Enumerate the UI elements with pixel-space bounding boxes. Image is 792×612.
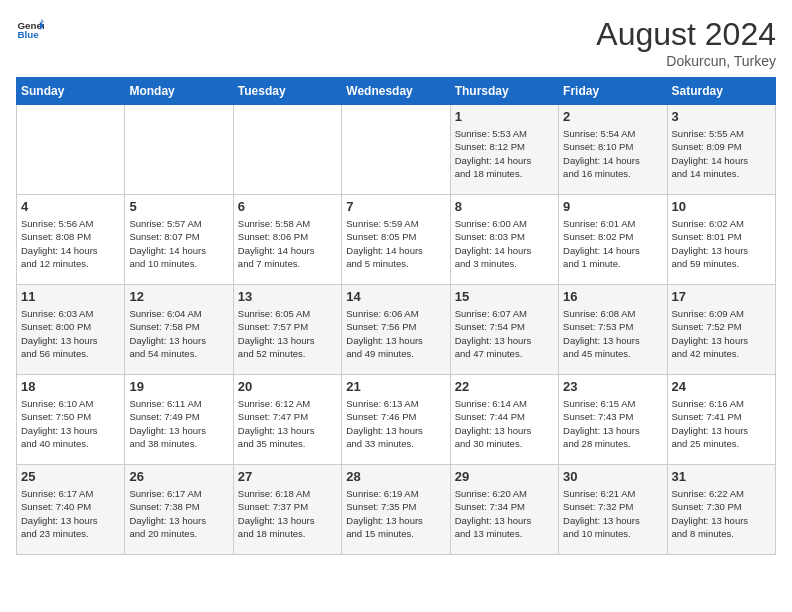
day-info: Sunrise: 6:07 AM Sunset: 7:54 PM Dayligh… xyxy=(455,307,554,360)
calendar-cell: 1Sunrise: 5:53 AM Sunset: 8:12 PM Daylig… xyxy=(450,105,558,195)
day-info: Sunrise: 6:21 AM Sunset: 7:32 PM Dayligh… xyxy=(563,487,662,540)
day-info: Sunrise: 6:02 AM Sunset: 8:01 PM Dayligh… xyxy=(672,217,771,270)
day-info: Sunrise: 6:08 AM Sunset: 7:53 PM Dayligh… xyxy=(563,307,662,360)
calendar-cell: 3Sunrise: 5:55 AM Sunset: 8:09 PM Daylig… xyxy=(667,105,775,195)
weekday-header-thursday: Thursday xyxy=(450,78,558,105)
calendar-cell: 18Sunrise: 6:10 AM Sunset: 7:50 PM Dayli… xyxy=(17,375,125,465)
day-number: 27 xyxy=(238,469,337,484)
calendar-cell: 15Sunrise: 6:07 AM Sunset: 7:54 PM Dayli… xyxy=(450,285,558,375)
calendar-cell: 13Sunrise: 6:05 AM Sunset: 7:57 PM Dayli… xyxy=(233,285,341,375)
day-info: Sunrise: 6:04 AM Sunset: 7:58 PM Dayligh… xyxy=(129,307,228,360)
calendar-cell: 28Sunrise: 6:19 AM Sunset: 7:35 PM Dayli… xyxy=(342,465,450,555)
calendar-cell: 7Sunrise: 5:59 AM Sunset: 8:05 PM Daylig… xyxy=(342,195,450,285)
calendar-cell xyxy=(342,105,450,195)
day-number: 31 xyxy=(672,469,771,484)
day-number: 2 xyxy=(563,109,662,124)
day-info: Sunrise: 5:59 AM Sunset: 8:05 PM Dayligh… xyxy=(346,217,445,270)
calendar-cell: 12Sunrise: 6:04 AM Sunset: 7:58 PM Dayli… xyxy=(125,285,233,375)
calendar-cell: 27Sunrise: 6:18 AM Sunset: 7:37 PM Dayli… xyxy=(233,465,341,555)
day-number: 30 xyxy=(563,469,662,484)
weekday-header-monday: Monday xyxy=(125,78,233,105)
day-number: 23 xyxy=(563,379,662,394)
svg-text:Blue: Blue xyxy=(17,29,39,40)
calendar-cell: 4Sunrise: 5:56 AM Sunset: 8:08 PM Daylig… xyxy=(17,195,125,285)
weekday-header-saturday: Saturday xyxy=(667,78,775,105)
day-info: Sunrise: 6:18 AM Sunset: 7:37 PM Dayligh… xyxy=(238,487,337,540)
day-number: 15 xyxy=(455,289,554,304)
day-info: Sunrise: 6:01 AM Sunset: 8:02 PM Dayligh… xyxy=(563,217,662,270)
calendar-cell: 11Sunrise: 6:03 AM Sunset: 8:00 PM Dayli… xyxy=(17,285,125,375)
month-year-title: August 2024 xyxy=(596,16,776,53)
calendar-cell: 10Sunrise: 6:02 AM Sunset: 8:01 PM Dayli… xyxy=(667,195,775,285)
day-info: Sunrise: 6:12 AM Sunset: 7:47 PM Dayligh… xyxy=(238,397,337,450)
day-info: Sunrise: 6:19 AM Sunset: 7:35 PM Dayligh… xyxy=(346,487,445,540)
calendar-cell: 24Sunrise: 6:16 AM Sunset: 7:41 PM Dayli… xyxy=(667,375,775,465)
calendar-cell: 6Sunrise: 5:58 AM Sunset: 8:06 PM Daylig… xyxy=(233,195,341,285)
day-number: 1 xyxy=(455,109,554,124)
calendar-cell: 29Sunrise: 6:20 AM Sunset: 7:34 PM Dayli… xyxy=(450,465,558,555)
calendar-cell: 20Sunrise: 6:12 AM Sunset: 7:47 PM Dayli… xyxy=(233,375,341,465)
day-number: 28 xyxy=(346,469,445,484)
calendar-week-1: 1Sunrise: 5:53 AM Sunset: 8:12 PM Daylig… xyxy=(17,105,776,195)
day-number: 8 xyxy=(455,199,554,214)
logo: General Blue xyxy=(16,16,44,44)
day-number: 16 xyxy=(563,289,662,304)
day-info: Sunrise: 6:09 AM Sunset: 7:52 PM Dayligh… xyxy=(672,307,771,360)
day-number: 11 xyxy=(21,289,120,304)
calendar-cell: 16Sunrise: 6:08 AM Sunset: 7:53 PM Dayli… xyxy=(559,285,667,375)
day-info: Sunrise: 5:54 AM Sunset: 8:10 PM Dayligh… xyxy=(563,127,662,180)
calendar-cell: 30Sunrise: 6:21 AM Sunset: 7:32 PM Dayli… xyxy=(559,465,667,555)
day-number: 25 xyxy=(21,469,120,484)
day-info: Sunrise: 6:22 AM Sunset: 7:30 PM Dayligh… xyxy=(672,487,771,540)
calendar-cell: 5Sunrise: 5:57 AM Sunset: 8:07 PM Daylig… xyxy=(125,195,233,285)
calendar-week-4: 18Sunrise: 6:10 AM Sunset: 7:50 PM Dayli… xyxy=(17,375,776,465)
calendar-cell xyxy=(233,105,341,195)
calendar-cell: 14Sunrise: 6:06 AM Sunset: 7:56 PM Dayli… xyxy=(342,285,450,375)
day-info: Sunrise: 6:13 AM Sunset: 7:46 PM Dayligh… xyxy=(346,397,445,450)
day-info: Sunrise: 6:00 AM Sunset: 8:03 PM Dayligh… xyxy=(455,217,554,270)
day-number: 12 xyxy=(129,289,228,304)
day-number: 4 xyxy=(21,199,120,214)
day-info: Sunrise: 6:03 AM Sunset: 8:00 PM Dayligh… xyxy=(21,307,120,360)
calendar-cell: 17Sunrise: 6:09 AM Sunset: 7:52 PM Dayli… xyxy=(667,285,775,375)
day-info: Sunrise: 5:58 AM Sunset: 8:06 PM Dayligh… xyxy=(238,217,337,270)
weekday-header-tuesday: Tuesday xyxy=(233,78,341,105)
day-info: Sunrise: 5:55 AM Sunset: 8:09 PM Dayligh… xyxy=(672,127,771,180)
calendar-cell xyxy=(17,105,125,195)
day-number: 13 xyxy=(238,289,337,304)
calendar-week-3: 11Sunrise: 6:03 AM Sunset: 8:00 PM Dayli… xyxy=(17,285,776,375)
day-info: Sunrise: 6:17 AM Sunset: 7:38 PM Dayligh… xyxy=(129,487,228,540)
day-number: 19 xyxy=(129,379,228,394)
day-number: 24 xyxy=(672,379,771,394)
calendar-cell: 25Sunrise: 6:17 AM Sunset: 7:40 PM Dayli… xyxy=(17,465,125,555)
calendar-cell: 9Sunrise: 6:01 AM Sunset: 8:02 PM Daylig… xyxy=(559,195,667,285)
day-number: 26 xyxy=(129,469,228,484)
day-number: 5 xyxy=(129,199,228,214)
day-info: Sunrise: 6:14 AM Sunset: 7:44 PM Dayligh… xyxy=(455,397,554,450)
title-block: August 2024 Dokurcun, Turkey xyxy=(596,16,776,69)
day-info: Sunrise: 6:20 AM Sunset: 7:34 PM Dayligh… xyxy=(455,487,554,540)
day-info: Sunrise: 6:16 AM Sunset: 7:41 PM Dayligh… xyxy=(672,397,771,450)
day-number: 9 xyxy=(563,199,662,214)
day-info: Sunrise: 5:57 AM Sunset: 8:07 PM Dayligh… xyxy=(129,217,228,270)
calendar-cell: 26Sunrise: 6:17 AM Sunset: 7:38 PM Dayli… xyxy=(125,465,233,555)
day-number: 18 xyxy=(21,379,120,394)
day-info: Sunrise: 6:06 AM Sunset: 7:56 PM Dayligh… xyxy=(346,307,445,360)
day-number: 7 xyxy=(346,199,445,214)
day-info: Sunrise: 6:10 AM Sunset: 7:50 PM Dayligh… xyxy=(21,397,120,450)
calendar-cell: 2Sunrise: 5:54 AM Sunset: 8:10 PM Daylig… xyxy=(559,105,667,195)
day-info: Sunrise: 5:56 AM Sunset: 8:08 PM Dayligh… xyxy=(21,217,120,270)
calendar-header: SundayMondayTuesdayWednesdayThursdayFrid… xyxy=(17,78,776,105)
weekday-header-wednesday: Wednesday xyxy=(342,78,450,105)
calendar-cell: 21Sunrise: 6:13 AM Sunset: 7:46 PM Dayli… xyxy=(342,375,450,465)
day-info: Sunrise: 5:53 AM Sunset: 8:12 PM Dayligh… xyxy=(455,127,554,180)
day-number: 3 xyxy=(672,109,771,124)
day-number: 29 xyxy=(455,469,554,484)
day-info: Sunrise: 6:11 AM Sunset: 7:49 PM Dayligh… xyxy=(129,397,228,450)
calendar-cell: 19Sunrise: 6:11 AM Sunset: 7:49 PM Dayli… xyxy=(125,375,233,465)
weekday-header-sunday: Sunday xyxy=(17,78,125,105)
calendar-week-5: 25Sunrise: 6:17 AM Sunset: 7:40 PM Dayli… xyxy=(17,465,776,555)
day-number: 22 xyxy=(455,379,554,394)
calendar-cell: 8Sunrise: 6:00 AM Sunset: 8:03 PM Daylig… xyxy=(450,195,558,285)
logo-icon: General Blue xyxy=(16,16,44,44)
